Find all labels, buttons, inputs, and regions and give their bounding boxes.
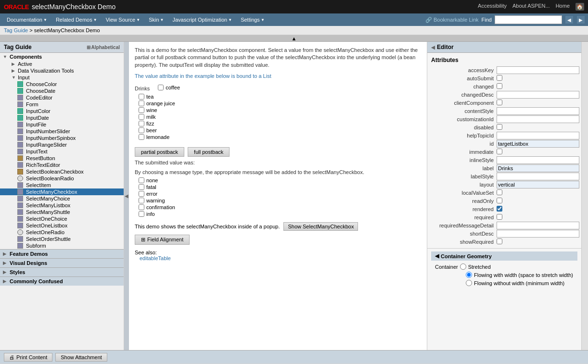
- print-content-button[interactable]: 🖨 Print Content: [4, 353, 52, 362]
- container-flowing-no-width-radio[interactable]: [466, 280, 472, 286]
- attr-helptopicid-input[interactable]: [497, 132, 579, 139]
- partial-postback-button[interactable]: partial postback: [135, 147, 184, 157]
- find-next-button[interactable]: ▶: [576, 15, 585, 24]
- find-prev-button[interactable]: ◀: [565, 15, 574, 24]
- attr-localvalueset-row: localValueSet: [429, 189, 579, 197]
- attr-disabled-checkbox[interactable]: [497, 124, 502, 130]
- attr-id-input[interactable]: [497, 140, 579, 148]
- sidebar-item-inputnumberspinbox[interactable]: InputNumberSpinbox: [0, 135, 124, 141]
- attr-changeddesc-input[interactable]: [497, 91, 579, 99]
- sidebar-item-selectonechoice[interactable]: SelectOneChoice: [0, 215, 124, 222]
- attr-rendered-checkbox[interactable]: [497, 206, 502, 212]
- checkbox-fizz-input[interactable]: [139, 121, 144, 126]
- scroll-hint-top[interactable]: ▲: [0, 35, 588, 42]
- home-icon[interactable]: 🏠: [575, 3, 584, 11]
- sidebar-section-styles[interactable]: ▶ Styles: [0, 267, 124, 276]
- sidebar-item-inputdate[interactable]: InputDate: [0, 114, 124, 121]
- editor-collapse-icon[interactable]: ◀: [431, 45, 435, 50]
- sidebar-item-selectoneradio[interactable]: SelectOneRadio: [0, 229, 124, 236]
- sidebar-item-selectbooleanradio[interactable]: SelectBooleanRadio: [0, 175, 124, 182]
- sidebar-item-codeeditor[interactable]: CodeEditor: [0, 94, 124, 101]
- msg-error-input[interactable]: [139, 191, 144, 197]
- attr-layout-input[interactable]: [497, 181, 579, 188]
- attr-required-checkbox[interactable]: [497, 214, 502, 220]
- checkbox-beer-input[interactable]: [139, 127, 144, 133]
- sidebar-section-commonly-confused[interactable]: ▶ Commonly Confused: [0, 276, 124, 286]
- checkbox-tea-input[interactable]: [139, 94, 144, 100]
- sidebar-section-feature-demos[interactable]: ▶ Feature Demos: [0, 249, 124, 258]
- bookmarkable-link[interactable]: 🔗 Bookmarkable Link: [425, 17, 479, 23]
- sidebar-item-selectordershuttle[interactable]: SelectOrderShuttle: [0, 236, 124, 242]
- attr-customizationid-input[interactable]: [497, 115, 579, 123]
- checkbox-milk-input[interactable]: [139, 114, 144, 120]
- sidebar-item-choosedate[interactable]: ChooseDate: [0, 88, 124, 94]
- field-alignment-button[interactable]: ⊞ Field Alignment: [135, 235, 190, 245]
- see-also-editable-table-link[interactable]: editableTable: [140, 255, 171, 261]
- attr-contentstyle-input[interactable]: [497, 107, 579, 115]
- sidebar-item-active[interactable]: ▶ Active: [0, 61, 124, 67]
- sidebar-item-selectmanycheckbox[interactable]: SelectManyCheckbox: [0, 188, 124, 195]
- sidebar-item-subform[interactable]: Subform: [0, 242, 124, 249]
- about-aspen-link[interactable]: About ASPEN...: [512, 3, 550, 11]
- nav-skin[interactable]: Skin ▼: [145, 16, 167, 24]
- accessibility-link[interactable]: Accessibility: [478, 3, 507, 11]
- sidebar-item-selectmanylistbox[interactable]: SelectManyListbox: [0, 202, 124, 209]
- checkbox-orangejuice-input[interactable]: [139, 100, 144, 106]
- show-selectmanycheckbox-button[interactable]: Show SelectManyCheckbox: [283, 222, 358, 231]
- sidebar-section-visual-designs[interactable]: ▶ Visual Designs: [0, 258, 124, 267]
- msg-none-input[interactable]: [139, 177, 144, 183]
- attr-showrequired-checkbox[interactable]: [497, 238, 502, 244]
- sidebar-collapse-handle[interactable]: ◀: [124, 42, 129, 350]
- home-link[interactable]: Home: [556, 3, 570, 11]
- editor-scrollbar[interactable]: [581, 42, 588, 350]
- attr-accesskey-input[interactable]: [497, 66, 579, 74]
- sidebar-item-inputnumberslider[interactable]: InputNumberSlider: [0, 128, 124, 135]
- sidebar-item-choosecolor[interactable]: ChooseColor: [0, 81, 124, 88]
- attr-labelstyle-input[interactable]: [497, 173, 579, 180]
- attr-readonly-checkbox[interactable]: [497, 198, 502, 203]
- container-flowing-width-radio[interactable]: [466, 272, 472, 278]
- sidebar-item-data-visualization[interactable]: ▶ Data Visualization Tools: [0, 67, 124, 74]
- msg-confirmation-input[interactable]: [139, 204, 144, 210]
- sidebar-item-inputcolor[interactable]: InputColor: [0, 108, 124, 114]
- sidebar-item-form[interactable]: Form: [0, 101, 124, 108]
- nav-documentation[interactable]: Documentation ▼: [3, 16, 51, 24]
- attr-inlinestyle-input[interactable]: [497, 156, 579, 164]
- msg-fatal-input[interactable]: [139, 184, 144, 190]
- container-stretched-radio[interactable]: [460, 264, 466, 270]
- breadcrumb-parent[interactable]: Tag Guide: [4, 27, 28, 33]
- find-input[interactable]: [495, 15, 562, 24]
- attr-localvalueset-checkbox[interactable]: [497, 189, 502, 195]
- msg-info-input[interactable]: [139, 211, 144, 217]
- nav-javascript-optimization[interactable]: Javascript Optimization ▼: [168, 16, 236, 24]
- full-postback-button[interactable]: full postback: [188, 147, 230, 157]
- attr-requiredmessagedetail-input[interactable]: [497, 222, 579, 229]
- sidebar-item-input[interactable]: ▼ Input: [0, 74, 124, 81]
- sidebar-item-richtexteditor[interactable]: RichTextEditor: [0, 162, 124, 168]
- attr-label-input[interactable]: [497, 164, 579, 172]
- nav-settings[interactable]: Settings ▼: [237, 16, 268, 24]
- sidebar-item-resetbutton[interactable]: ResetButton: [0, 155, 124, 162]
- sidebar-item-inputfile[interactable]: InputFile: [0, 121, 124, 128]
- attr-clientcomponent-checkbox[interactable]: [497, 100, 502, 105]
- nav-related-demos[interactable]: Related Demos ▼: [52, 16, 101, 24]
- sidebar-item-selectmanyshuttle[interactable]: SelectManyShuttle: [0, 209, 124, 215]
- sidebar-item-inputrangeslider[interactable]: InputRangeSlider: [0, 141, 124, 148]
- attr-shortdesc-input[interactable]: [497, 230, 579, 238]
- sidebar-item-selectonelistbox[interactable]: SelectOneListbox: [0, 222, 124, 229]
- sidebar-alphabetical[interactable]: ⊞ Alphabetical: [87, 45, 120, 50]
- msg-warning-input[interactable]: [139, 198, 144, 203]
- attr-immediate-checkbox[interactable]: [497, 149, 502, 154]
- sidebar-item-selectmanychoice[interactable]: SelectManyChoice: [0, 195, 124, 202]
- sidebar-section-components[interactable]: ▼ Components: [0, 53, 124, 61]
- nav-view-source[interactable]: View Source ▼: [102, 16, 144, 24]
- sidebar-item-selectitem[interactable]: SelectItem: [0, 182, 124, 188]
- checkbox-coffee-input[interactable]: [158, 85, 164, 90]
- sidebar-item-selectbooleancheckbox[interactable]: SelectBooleanCheckbox: [0, 168, 124, 175]
- show-attachment-button[interactable]: Show Attachment: [55, 353, 107, 362]
- attr-autosubmit-checkbox[interactable]: [497, 75, 502, 81]
- attr-changed-checkbox[interactable]: [497, 83, 502, 89]
- sidebar-item-inputtext[interactable]: InputText: [0, 148, 124, 155]
- checkbox-wine-input[interactable]: [139, 107, 144, 113]
- checkbox-lemonade-input[interactable]: [139, 134, 144, 140]
